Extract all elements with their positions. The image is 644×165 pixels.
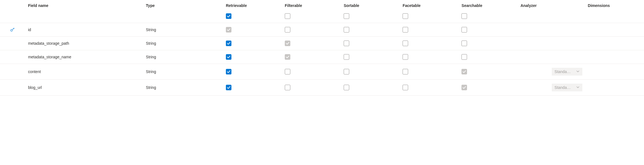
header-sortable: Sortable — [341, 0, 400, 11]
analyzer-dropdown[interactable]: Standa… — [552, 84, 582, 91]
header-facetable-checkbox[interactable] — [403, 14, 408, 18]
header-sortable-checkbox[interactable] — [344, 14, 349, 18]
facetable-checkbox[interactable] — [403, 69, 408, 74]
type-cell: String — [143, 23, 223, 37]
facetable-checkbox[interactable] — [403, 85, 408, 90]
header-key-col — [0, 0, 25, 11]
fields-table: Field name Type Retrievable Filterable S… — [0, 0, 644, 96]
retrievable-checkbox[interactable] — [226, 54, 231, 60]
field-name-cell: id — [25, 23, 143, 37]
table-row: idString — [0, 23, 644, 37]
filterable-checkbox[interactable] — [285, 69, 290, 74]
table-row: metadata_storage_nameString — [0, 50, 644, 64]
field-name-cell: blog_url — [25, 80, 143, 96]
header-field-name: Field name — [25, 0, 143, 11]
type-cell: String — [143, 64, 223, 80]
retrievable-checkbox[interactable] — [226, 41, 231, 46]
searchable-checkbox[interactable] — [461, 27, 467, 32]
type-cell: String — [143, 37, 223, 50]
sortable-checkbox[interactable] — [344, 27, 349, 32]
header-filterable-checkbox[interactable] — [285, 14, 290, 18]
sortable-checkbox[interactable] — [344, 41, 349, 46]
filterable-checkbox[interactable] — [285, 85, 290, 90]
header-dimensions: Dimensions — [585, 0, 644, 11]
key-icon — [10, 27, 15, 32]
sortable-checkbox[interactable] — [344, 69, 349, 74]
header-filterable: Filterable — [282, 0, 341, 11]
table-header-row: Field name Type Retrievable Filterable S… — [0, 0, 644, 11]
field-name-cell: metadata_storage_path — [25, 37, 143, 50]
table-row: blog_urlStringStanda… — [0, 80, 644, 96]
analyzer-label: Standa… — [555, 69, 571, 74]
searchable-checkbox[interactable] — [461, 85, 467, 90]
header-type: Type — [143, 0, 223, 11]
field-name-cell: content — [25, 64, 143, 80]
searchable-checkbox[interactable] — [461, 69, 467, 74]
header-analyzer: Analyzer — [518, 0, 585, 11]
facetable-checkbox[interactable] — [403, 27, 408, 32]
header-retrievable-checkbox[interactable] — [226, 14, 231, 18]
type-cell: String — [143, 80, 223, 96]
sortable-checkbox[interactable] — [344, 85, 349, 90]
table-subheader-row — [0, 11, 644, 23]
facetable-checkbox[interactable] — [403, 41, 408, 46]
header-searchable: Searchable — [459, 0, 518, 11]
filterable-checkbox[interactable] — [285, 27, 290, 32]
analyzer-label: Standa… — [555, 85, 571, 90]
header-retrievable: Retrievable — [223, 0, 282, 11]
searchable-checkbox[interactable] — [461, 41, 467, 46]
type-cell: String — [143, 50, 223, 64]
chevron-down-icon — [576, 69, 580, 74]
header-searchable-checkbox[interactable] — [461, 14, 467, 18]
field-name-cell: metadata_storage_name — [25, 50, 143, 64]
searchable-checkbox[interactable] — [461, 54, 467, 60]
filterable-checkbox[interactable] — [285, 41, 290, 46]
retrievable-checkbox[interactable] — [226, 85, 231, 90]
analyzer-dropdown[interactable]: Standa… — [552, 68, 582, 76]
filterable-checkbox[interactable] — [285, 54, 290, 60]
table-row: metadata_storage_pathString — [0, 37, 644, 50]
facetable-checkbox[interactable] — [403, 54, 408, 60]
header-facetable: Facetable — [400, 0, 459, 11]
chevron-down-icon — [576, 85, 580, 90]
retrievable-checkbox[interactable] — [226, 27, 231, 32]
table-row: contentStringStanda… — [0, 64, 644, 80]
sortable-checkbox[interactable] — [344, 54, 349, 60]
retrievable-checkbox[interactable] — [226, 69, 231, 74]
